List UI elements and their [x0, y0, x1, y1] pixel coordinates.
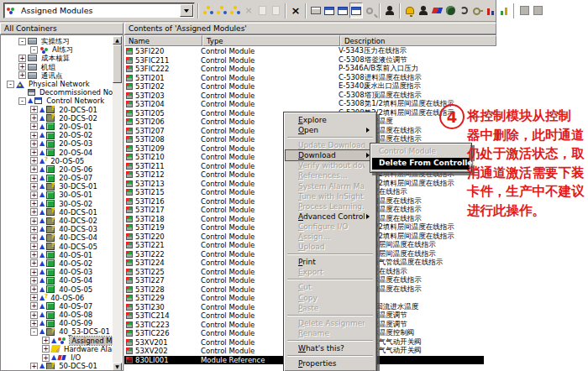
scroll-down-button[interactable]: ▼ — [113, 363, 122, 371]
combobox-dropdown-button[interactable] — [180, 4, 193, 17]
window-cascade-button[interactable] — [323, 3, 336, 18]
tree-item-40-OS-06[interactable]: +▲40-OS-06 — [2, 294, 113, 302]
expand-toggle-minus[interactable]: - — [30, 46, 38, 54]
expand-toggle-plus[interactable]: + — [30, 157, 38, 165]
tree-item-40-OS-08[interactable]: +▲40-OS-08 — [2, 311, 113, 319]
expand-toggle-plus[interactable]: + — [30, 243, 38, 250]
expand-toggle-plus[interactable]: + — [30, 165, 38, 173]
column-header-type[interactable]: Type — [202, 35, 340, 46]
eraser-button[interactable] — [430, 3, 444, 18]
window-details-button[interactable] — [349, 3, 363, 18]
expand-toggle-plus[interactable]: + — [30, 277, 38, 285]
expand-toggle-plus[interactable]: + — [42, 337, 50, 344]
expand-toggle-minus[interactable]: - — [18, 38, 26, 45]
refresh-button[interactable] — [457, 3, 470, 18]
expand-toggle-plus[interactable]: + — [30, 285, 38, 293]
expand-toggle-plus[interactable]: + — [30, 175, 38, 182]
expand-toggle-plus[interactable]: + — [30, 269, 38, 276]
menu-item-advanced-control[interactable]: Advanced Control — [286, 212, 375, 222]
menu-item-explore[interactable]: Explore — [286, 115, 375, 125]
menu-item-properties[interactable]: Properties — [286, 358, 375, 368]
network-globe-button[interactable] — [444, 3, 457, 18]
delete-button[interactable]: × — [289, 3, 302, 18]
submenu-item-delete-from-controller[interactable]: Delete From Controller — [372, 158, 470, 170]
tree-item-机组[interactable]: +机组 — [2, 63, 113, 71]
alarm-bell-button[interactable] — [403, 3, 417, 18]
tree-item-40-DCS-03[interactable]: +▲40-DCS-03 — [2, 225, 113, 233]
tree-item-实操练习[interactable]: -实操练习 — [2, 37, 113, 45]
expand-toggle-plus[interactable]: + — [30, 217, 38, 225]
tree-item-40-OS-03[interactable]: +▲40-OS-03 — [2, 268, 113, 276]
tree-item-Physical Network[interactable]: -Physical Network — [2, 80, 113, 88]
tree-item-40-DCS-05[interactable]: +▲40-DCS-05 — [2, 243, 113, 251]
expand-toggle-plus[interactable]: + — [30, 251, 38, 259]
tree-item-20-OS-03[interactable]: +▲20-OS-03 — [2, 139, 113, 148]
expand-toggle-plus[interactable]: + — [30, 363, 38, 369]
extra-tool-2-button[interactable] — [531, 3, 544, 18]
tree-item-20-OS-04[interactable]: +▲20-OS-04 — [2, 148, 113, 156]
tree-item-30-OS-02[interactable]: +▲30-OS-02 — [2, 200, 113, 208]
tree-item-成本核算[interactable]: +成本核算 — [2, 54, 113, 62]
tree-item-I/O[interactable]: +▲I/O — [2, 353, 113, 362]
trend-chart-button[interactable] — [497, 3, 511, 18]
tree-item-Decommissioned Nodes[interactable]: Decommissioned Nodes — [2, 88, 113, 97]
expand-toggle-plus[interactable]: + — [30, 234, 38, 242]
tree-item-20-OS-06[interactable]: +▲20-OS-06 — [2, 165, 113, 174]
tree-item-Control Network[interactable]: -▲Control Network — [2, 97, 113, 105]
expand-toggle-plus[interactable]: + — [30, 259, 38, 267]
menu-item-download[interactable]: Download — [286, 150, 375, 160]
tree-item-30-DCS-01[interactable]: +▲30-DCS-01 — [2, 182, 113, 191]
tree-item-40_53-DCS-01[interactable]: -▲40_53-DCS-01 — [2, 327, 113, 336]
expand-toggle-plus[interactable]: + — [18, 71, 26, 79]
tree-scrollbar[interactable]: ▲ ▼ — [113, 36, 122, 371]
tree-item-40-OS-02[interactable]: +▲40-OS-02 — [2, 259, 113, 268]
expand-toggle-plus[interactable]: + — [30, 106, 38, 113]
tree-item-40-OS-09[interactable]: +▲40-OS-09 — [2, 319, 113, 327]
user-button[interactable] — [383, 3, 396, 18]
menu-item-print[interactable]: Print — [286, 257, 375, 267]
tree-item-20-OS-02[interactable]: +▲20-OS-02 — [2, 131, 113, 139]
expand-toggle-plus[interactable]: + — [42, 345, 50, 353]
tree-item-40-OS-05[interactable]: +▲40-OS-05 — [2, 285, 113, 293]
history-chart-button[interactable] — [484, 3, 497, 18]
expand-toggle-plus[interactable]: + — [18, 55, 26, 62]
column-header-description[interactable]: Description — [340, 35, 496, 46]
expand-toggle-minus[interactable]: - — [7, 81, 14, 88]
tree-item-40-OS-01[interactable]: +▲40-OS-01 — [2, 251, 113, 259]
menu-item-what-s-this[interactable]: What's this? — [286, 343, 375, 353]
extra-tool-1-button[interactable] — [517, 3, 531, 18]
expand-toggle-plus[interactable]: + — [30, 123, 38, 130]
user-manager-button[interactable] — [417, 3, 430, 18]
expand-toggle-minus[interactable]: - — [30, 328, 38, 336]
scrollbar-thumb[interactable] — [113, 44, 122, 83]
expand-toggle-plus[interactable]: + — [30, 294, 38, 301]
tree-item-40-OS-04[interactable]: +▲40-OS-04 — [2, 276, 113, 285]
expand-toggle-plus[interactable]: + — [30, 114, 38, 122]
tree-item-20-OS-07[interactable]: +▲20-OS-07 — [2, 174, 113, 182]
window-tile-button[interactable] — [336, 3, 349, 18]
expand-toggle-plus[interactable]: + — [30, 183, 38, 191]
scroll-up-button[interactable]: ▲ — [113, 36, 122, 44]
menu-item-open[interactable]: Open — [286, 125, 375, 135]
assign-node-button[interactable] — [215, 3, 228, 18]
assign-modules-button[interactable] — [202, 3, 215, 18]
expand-toggle-plus[interactable]: + — [18, 63, 26, 71]
assign-alarms-button[interactable] — [228, 3, 242, 18]
tree-item-40-DCS-01[interactable]: +▲40-DCS-01 — [2, 208, 113, 217]
expand-toggle-plus[interactable]: + — [30, 140, 38, 148]
expand-toggle-plus[interactable]: + — [30, 311, 38, 319]
tree-item-20-DCS-01[interactable]: +▲20-DCS-01 — [2, 106, 113, 114]
column-header-name[interactable]: Name — [124, 35, 202, 46]
expand-toggle-plus[interactable]: + — [30, 320, 38, 327]
expand-toggle-plus[interactable]: + — [30, 191, 38, 199]
tree-item-40-OS-07[interactable]: +▲40-OS-07 — [2, 302, 113, 311]
tree-item-通讯点[interactable]: +通讯点 — [2, 71, 113, 80]
tree-item-Hardware Alar[interactable]: +Hardware Alar — [2, 345, 113, 353]
tree-item-20-DCS-02[interactable]: +▲20-DCS-02 — [2, 114, 113, 123]
expand-toggle-minus[interactable]: - — [18, 97, 26, 105]
print-button[interactable] — [309, 3, 323, 18]
expand-toggle-plus[interactable]: + — [30, 149, 38, 156]
tree-item-AI练习[interactable]: -AI练习 — [2, 45, 113, 54]
tree-item-40-DCS-04[interactable]: +▲40-DCS-04 — [2, 233, 113, 242]
tree-item-Assigned Modu[interactable]: +▲Assigned Modu — [2, 337, 113, 345]
